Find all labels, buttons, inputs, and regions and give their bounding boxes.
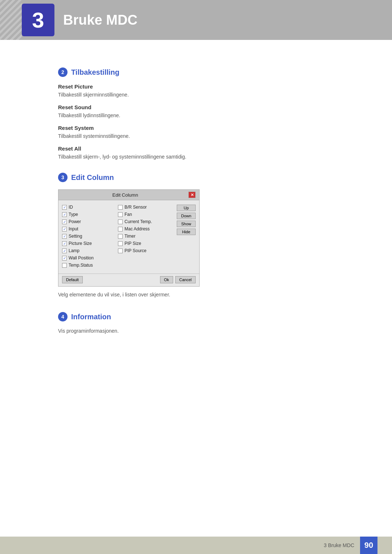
dialog-titlebar: Edit Column ✕	[58, 190, 199, 200]
cb-current-temp-label: Current Temp.	[124, 219, 152, 224]
cb-wall-position-box[interactable]: ✓	[62, 256, 67, 260]
section-edit-column-heading: 3 Edit Column	[58, 173, 356, 182]
checkbox-power[interactable]: ✓ Power	[62, 219, 114, 224]
edit-column-dialog: Edit Column ✕ ✓ ID ✓ Type ✓ Power	[58, 189, 200, 287]
section-information-heading: 4 Information	[58, 312, 356, 321]
dialog-side-buttons: Up Down Show Hide	[174, 205, 196, 268]
dialog-body: ✓ ID ✓ Type ✓ Power ✓ Input	[58, 200, 199, 272]
cb-mac-address-box[interactable]	[118, 227, 123, 231]
checkbox-fan[interactable]: Fan	[118, 212, 170, 217]
cb-type-box[interactable]: ✓	[62, 212, 67, 217]
checkbox-input[interactable]: ✓ Input	[62, 226, 114, 231]
checkbox-pip-source[interactable]: PIP Source	[118, 248, 170, 253]
checkbox-timer[interactable]: Timer	[118, 234, 170, 239]
checkbox-mac-address[interactable]: Mac Address	[118, 226, 170, 231]
cb-lamp-box[interactable]: ✓	[62, 249, 67, 253]
section-tilbakestilling-title: Tilbakestilling	[71, 68, 119, 77]
reset-picture-desc: Tilbakestill skjerminnstillingene.	[58, 92, 356, 98]
footer-bar: 3 Bruke MDC 90	[0, 537, 392, 554]
header-stripe	[0, 0, 22, 40]
section-edit-column-title: Edit Column	[71, 173, 114, 182]
cb-br-sensor-label: B/R Sensor	[124, 205, 147, 210]
cb-br-sensor-box[interactable]	[118, 205, 123, 210]
reset-sound-title: Reset Sound	[58, 104, 356, 110]
checkbox-picture-size[interactable]: ✓ Picture Size	[62, 241, 114, 246]
cb-input-label: Input	[69, 226, 78, 231]
cb-fan-box[interactable]	[118, 212, 123, 217]
section-badge-3: 3	[58, 173, 68, 182]
cb-type-label: Type	[69, 212, 78, 217]
chapter-number: 3	[32, 8, 44, 33]
cb-id-label: ID	[69, 205, 73, 210]
checkbox-current-temp[interactable]: Current Temp.	[118, 219, 170, 224]
dialog-title: Edit Column	[62, 192, 188, 198]
checkbox-pip-size[interactable]: PIP Size	[118, 241, 170, 246]
cb-pip-source-label: PIP Source	[124, 248, 146, 253]
dialog-footer-right: Ok Cancel	[160, 276, 196, 283]
footer-chapter-label: 3 Bruke MDC	[324, 542, 354, 548]
cb-id-box[interactable]: ✓	[62, 205, 67, 210]
checkbox-id[interactable]: ✓ ID	[62, 205, 114, 210]
information-desc: Vis programinformasjonen.	[58, 328, 356, 334]
ok-button[interactable]: Ok	[160, 276, 173, 283]
dialog-right-column: B/R Sensor Fan Current Temp. Mac Address	[118, 205, 170, 268]
dialog-left-column: ✓ ID ✓ Type ✓ Power ✓ Input	[62, 205, 114, 268]
cb-setting-box[interactable]: ✓	[62, 234, 67, 239]
cb-picture-size-box[interactable]: ✓	[62, 241, 67, 246]
checkbox-wall-position[interactable]: ✓ Wall Position	[62, 255, 114, 260]
down-button[interactable]: Down	[177, 213, 196, 219]
cb-input-box[interactable]: ✓	[62, 227, 67, 231]
up-button[interactable]: Up	[177, 205, 196, 211]
checkbox-setting[interactable]: ✓ Setting	[62, 234, 114, 239]
cb-temp-status-box[interactable]	[62, 263, 67, 268]
dialog-close-button[interactable]: ✕	[188, 192, 196, 198]
cb-current-temp-box[interactable]	[118, 219, 123, 224]
cb-setting-label: Setting	[69, 234, 82, 239]
reset-system-title: Reset System	[58, 125, 356, 131]
cb-power-label: Power	[69, 219, 81, 224]
reset-picture-title: Reset Picture	[58, 83, 356, 90]
cb-temp-status-label: Temp.Status	[69, 263, 93, 268]
cb-picture-size-label: Picture Size	[69, 241, 92, 246]
checkbox-lamp[interactable]: ✓ Lamp	[62, 248, 114, 253]
section-badge-2: 2	[58, 67, 68, 77]
cb-pip-source-box[interactable]	[118, 249, 123, 253]
reset-all-title: Reset All	[58, 145, 356, 152]
edit-column-dialog-wrapper: Edit Column ✕ ✓ ID ✓ Type ✓ Power	[58, 189, 356, 287]
chapter-title: Bruke MDC	[63, 12, 138, 28]
section-tilbakestilling-heading: 2 Tilbakestilling	[58, 67, 356, 77]
reset-all-desc: Tilbakestill skjerm-, lyd- og systeminns…	[58, 154, 356, 160]
section-information-title: Information	[71, 313, 111, 321]
section-badge-4: 4	[58, 312, 68, 321]
cb-pip-size-box[interactable]	[118, 241, 123, 246]
cb-timer-box[interactable]	[118, 234, 123, 239]
dialog-footer: Default Ok Cancel	[58, 274, 199, 286]
cb-power-box[interactable]: ✓	[62, 219, 67, 224]
checkbox-temp-status[interactable]: Temp.Status	[62, 263, 114, 268]
cb-wall-position-label: Wall Position	[69, 255, 94, 260]
main-content: 2 Tilbakestilling Reset Picture Tilbakes…	[0, 40, 392, 372]
cb-mac-address-label: Mac Address	[124, 226, 150, 231]
edit-column-caption: Velg elementene du vil vise, i listen ov…	[58, 292, 356, 297]
cb-lamp-label: Lamp	[69, 248, 79, 253]
chapter-badge: 3	[22, 4, 54, 36]
cb-pip-size-label: PIP Size	[124, 241, 141, 246]
checkbox-br-sensor[interactable]: B/R Sensor	[118, 205, 170, 210]
default-button[interactable]: Default	[62, 276, 83, 283]
reset-sound-desc: Tilbakestill lydinnstillingene.	[58, 112, 356, 118]
page-header: 3 Bruke MDC	[0, 0, 392, 40]
hide-button[interactable]: Hide	[177, 229, 196, 235]
footer-page-number: 90	[360, 537, 377, 554]
cancel-button[interactable]: Cancel	[175, 276, 196, 283]
checkbox-type[interactable]: ✓ Type	[62, 212, 114, 217]
cb-timer-label: Timer	[124, 234, 135, 239]
show-button[interactable]: Show	[177, 221, 196, 227]
cb-fan-label: Fan	[124, 212, 132, 217]
reset-system-desc: Tilbakestill systeminnstillingene.	[58, 133, 356, 139]
